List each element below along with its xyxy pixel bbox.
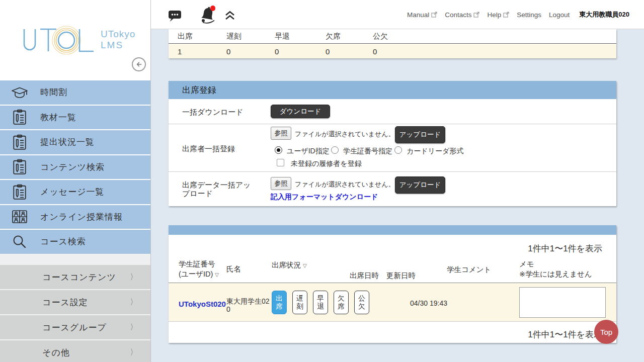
sidebar-collapse-button[interactable] [132,57,146,71]
summary-col-late: 遅刻 [226,32,242,41]
sidebar-item-course-contents[interactable]: コースコンテンツ 〉 [0,265,150,290]
clipboard-icon [10,109,29,125]
utol-logo [20,22,106,61]
status-attend-button[interactable]: 出席 [272,291,287,314]
online-class-icon [10,210,29,224]
sidebar-item-content-search[interactable]: コンテンツ検索 [0,155,150,180]
sidebar-menu-course: コースコンテンツ 〉 コース設定 〉 コースグループ 〉 その他 〉 [0,265,150,362]
attendance-summary-table: 出席 遅刻 早退 欠席 公欠 1 0 0 0 0 [169,29,616,58]
back-to-top-button[interactable]: Top [594,320,618,344]
summary-col-excused: 公欠 [373,32,388,41]
status-late-button[interactable]: 遅刻 [292,291,307,314]
col-status: 出席状況▽ [272,260,307,270]
data-upload-label: 出席データ一括アップロード [182,180,253,198]
radio-student-no[interactable] [331,146,339,154]
row-divider [169,171,616,172]
student-name: 東大用学生020 [226,297,271,313]
chevron-right-icon: 〉 [130,297,136,308]
logo-subtitle-1: UTokyo [101,29,135,40]
summary-val-late: 0 [226,47,230,56]
download-button[interactable]: ダウンロード [271,105,330,118]
clipboard-icon [10,184,29,200]
memo-textarea[interactable] [519,287,606,318]
summary-col-absent: 欠席 [326,32,341,41]
sort-icon[interactable]: ▽ [303,263,307,268]
col-name: 氏名 [226,264,241,275]
notifications-bell[interactable] [199,6,216,26]
upload-button[interactable]: アップロード [395,126,445,143]
summary-col-attend: 出席 [178,32,193,41]
sidebar-item-timetable[interactable]: 時間割 [0,80,150,106]
result-count-bottom: 1件中1〜1件を表示 [528,329,602,340]
chevron-right-icon: 〉 [130,347,136,358]
summary-val-early: 0 [275,47,279,56]
browse-button[interactable]: 参照 [271,127,291,140]
result-count-top: 1件中1〜1件を表示 [528,243,602,254]
chat-icon[interactable] [168,10,182,22]
collapse-header-icon[interactable] [224,11,235,21]
format-download-link[interactable]: 記入用フォーマットダウンロード [271,193,378,202]
sidebar-item-course-search[interactable]: コース検索 [0,230,150,255]
summary-val-attend: 1 [178,47,182,56]
clipboard-icon [10,159,29,175]
col-update-time: 更新日時 [386,271,416,281]
unregistered-checkbox[interactable] [277,159,284,166]
nav-manual[interactable]: Manual [407,11,437,19]
status-absent-button[interactable]: 欠席 [334,291,349,314]
sidebar-item-course-settings[interactable]: コース設定 〉 [0,290,150,315]
topbar-nav: Manual Contacts Help Settings Logout 東大用… [407,0,629,29]
nav-logout[interactable]: Logout [549,11,570,19]
clipboard-icon [10,134,29,150]
chevron-right-icon: 〉 [130,322,136,333]
page: UTokyo LMS 時間割 教材一覧 [0,0,644,362]
row-divider [169,124,616,124]
browse-button[interactable]: 参照 [271,177,291,190]
status-early-button[interactable]: 早退 [313,291,328,314]
radio-user-id[interactable] [275,146,282,154]
attendee-bulk-label: 出席者一括登録 [182,144,235,154]
external-link-icon [473,12,479,18]
sidebar-menu-main: 時間割 教材一覧 提出状況一覧 コンテンツ検索 [0,80,150,255]
no-file-text: ファイルが選択されていません。 [295,180,395,189]
col-attend-time: 出席日時 [350,271,379,281]
graduation-cap-icon [10,85,29,100]
radio-user-id-label: ユーザID指定 [287,147,330,156]
logo-area: UTokyo LMS [0,0,150,80]
col-memo: メモ※学生には見えません [519,259,592,279]
students-table-panel: 1件中1〜1件を表示 学生証番号(ユーザID)▽ 氏名 出席状況▽ 出席日時 更… [169,225,616,343]
student-id-link[interactable]: UTokyoSt020 [179,300,226,308]
sidebar-item-course-group[interactable]: コースグループ 〉 [0,315,150,340]
summary-col-early: 早退 [275,32,290,41]
nav-help[interactable]: Help [487,11,509,19]
username: 東大用教職員020 [579,10,629,19]
sidebar-item-materials[interactable]: 教材一覧 [0,106,150,131]
status-excused-button[interactable]: 公欠 [354,291,369,314]
summary-val-excused: 0 [373,47,377,56]
summary-value-row: 1 0 0 0 0 [169,44,616,58]
bulk-download-label: 一括ダウンロード [182,108,244,117]
col-student-no: 学生証番号(ユーザID)▽ [179,259,219,279]
sidebar-item-submissions[interactable]: 提出状況一覧 [0,130,150,155]
sidebar-item-messages[interactable]: メッセージ一覧 [0,180,150,205]
external-link-icon [431,12,437,18]
notification-badge [210,6,216,11]
summary-val-absent: 0 [326,47,330,56]
sidebar-menu-gap [0,254,150,265]
nav-contacts[interactable]: Contacts [445,11,479,19]
registration-header: 出席登録 [169,81,616,99]
topbar: Manual Contacts Help Settings Logout 東大用… [151,0,644,29]
radio-card-reader-label: カードリーダ形式 [407,147,463,156]
sidebar-item-online-class[interactable]: オンライン授業情報 [0,205,150,230]
search-icon [10,234,29,249]
upload-button[interactable]: アップロード [395,176,445,194]
unregistered-checkbox-label: 未登録の履修者を登録 [291,159,362,168]
update-time-value: 04/30 19:43 [410,299,447,307]
col-comment: 学生コメント [447,265,491,275]
logo-subtitle-2: LMS [101,40,123,51]
nav-settings[interactable]: Settings [517,11,541,19]
summary-header-row: 出席 遅刻 早退 欠席 公欠 [169,29,616,44]
sidebar-item-others[interactable]: その他 〉 [0,340,150,362]
radio-card-reader[interactable] [394,146,402,154]
external-link-icon [503,12,509,18]
sort-icon[interactable]: ▽ [215,272,219,278]
